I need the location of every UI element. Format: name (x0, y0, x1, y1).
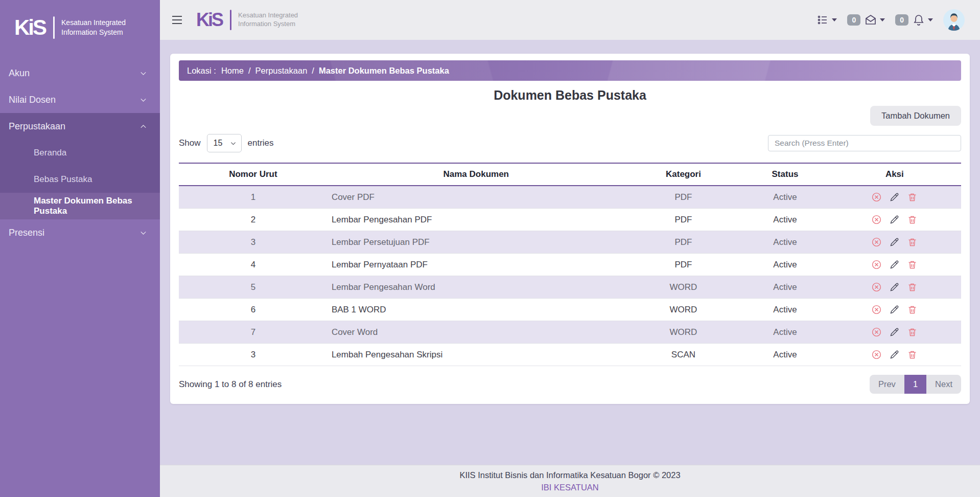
col-header-kategori[interactable]: Kategori (625, 163, 742, 186)
chevron-down-icon (230, 140, 237, 147)
col-header-status[interactable]: Status (742, 163, 828, 186)
documents-table: Nomor Urut Nama Dokumen Kategori Status … (179, 163, 961, 366)
topbar-logo[interactable]: KiS Kesatuan Integrated Information Syst… (196, 10, 298, 30)
deactivate-icon[interactable] (871, 349, 882, 360)
search-input[interactable] (768, 135, 961, 151)
mail-count-badge: 0 (847, 14, 860, 26)
cell-nomor: 1 (179, 186, 328, 209)
edit-icon[interactable] (889, 327, 900, 337)
table-row: 1 Cover PDF PDF Active (179, 186, 961, 209)
deactivate-icon[interactable] (871, 304, 882, 315)
deactivate-icon[interactable] (871, 237, 882, 247)
list-icon (816, 14, 829, 26)
delete-icon[interactable] (907, 192, 918, 202)
sidebar-subitem-label: Master Dokumen Bebas Pustaka (34, 196, 160, 216)
sidebar-item-master-dokumen-bebas-pustaka[interactable]: Master Dokumen Bebas Pustaka (0, 193, 160, 219)
show-label: Show (179, 138, 201, 148)
page-footer: KIIS Institut Bisnis dan Informatika Kes… (160, 465, 980, 497)
col-header-aksi: Aksi (828, 163, 961, 186)
breadcrumb-separator: / (248, 66, 251, 76)
pagination-next-button[interactable]: Next (926, 375, 961, 394)
edit-icon[interactable] (889, 349, 900, 360)
delete-icon[interactable] (907, 304, 918, 315)
edit-icon[interactable] (889, 214, 900, 225)
deactivate-icon[interactable] (871, 282, 882, 292)
page-length-select[interactable]: 15 (207, 134, 242, 152)
cell-nama: Cover Word (328, 321, 625, 344)
cell-actions (828, 299, 961, 321)
notifications-menu[interactable] (913, 14, 933, 26)
delete-icon[interactable] (907, 214, 918, 225)
kiis-logo-mark: KiS (196, 11, 222, 29)
col-header-nomor-urut[interactable]: Nomor Urut (179, 163, 328, 186)
cell-nomor: 7 (179, 321, 328, 344)
edit-icon[interactable] (889, 237, 900, 247)
topbar-actions: 0 0 (816, 9, 965, 31)
sidebar-item-akun[interactable]: Akun (0, 60, 160, 86)
cell-status: Active (742, 209, 828, 231)
cell-nama: Lembar Persetujuan PDF (328, 231, 625, 254)
deactivate-icon[interactable] (871, 327, 882, 337)
cell-nama: Lembah Pengesahan Skripsi (328, 344, 625, 366)
cell-nama: Cover PDF (328, 186, 625, 209)
cell-nama: BAB 1 WORD (328, 299, 625, 321)
sidebar-item-label: Perpustakaan (9, 121, 65, 132)
sidebar-logo: KiS Kesatuan Integrated Information Syst… (0, 0, 160, 55)
footer-ibi-kesatuan-link[interactable]: IBI KESATUAN (541, 483, 598, 492)
cell-kategori: PDF (625, 186, 742, 209)
delete-icon[interactable] (907, 327, 918, 337)
deactivate-icon[interactable] (871, 259, 882, 270)
logo-divider (53, 16, 55, 39)
cell-nomor: 3 (179, 344, 328, 366)
sidebar-item-bebas-pustaka[interactable]: Bebas Pustaka (0, 166, 160, 193)
breadcrumb-perpustakaan-link[interactable]: Perpustakaan (255, 66, 307, 76)
add-document-button[interactable]: Tambah Dokumen (870, 106, 961, 126)
breadcrumb-current: Master Dokumen Bebas Pustaka (319, 66, 449, 76)
cell-nomor: 3 (179, 231, 328, 254)
table-row: 4 Lembar Pernyataan PDF PDF Active (179, 254, 961, 276)
chevron-down-icon (139, 70, 147, 77)
chevron-down-icon (139, 229, 147, 237)
messages-menu[interactable] (865, 14, 885, 26)
deactivate-icon[interactable] (871, 214, 882, 225)
user-avatar[interactable] (943, 9, 965, 31)
breadcrumb-separator: / (312, 66, 314, 76)
cell-actions (828, 186, 961, 209)
page-card: Lokasi : Home / Perpustakaan / Master Do… (170, 54, 970, 404)
sidebar-item-beranda[interactable]: Beranda (0, 140, 160, 166)
pagination-page-1-button[interactable]: 1 (904, 375, 926, 394)
col-header-nama-dokumen[interactable]: Nama Dokumen (328, 163, 625, 186)
breadcrumb: Lokasi : Home / Perpustakaan / Master Do… (179, 60, 961, 81)
cell-kategori: SCAN (625, 344, 742, 366)
cell-nomor: 4 (179, 254, 328, 276)
hamburger-menu-icon[interactable] (172, 16, 182, 24)
delete-icon[interactable] (907, 349, 918, 360)
task-list-menu[interactable] (816, 14, 837, 26)
logo-text-line1: Kesatuan Integrated (238, 11, 298, 20)
pagination-prev-button[interactable]: Prev (870, 375, 904, 394)
edit-icon[interactable] (889, 282, 900, 292)
table-header-row: Nomor Urut Nama Dokumen Kategori Status … (179, 163, 961, 186)
showing-entries-text: Showing 1 to 8 of 8 entries (179, 379, 282, 390)
page-title: Dokumen Bebas Pustaka (179, 88, 961, 103)
sidebar-item-presensi[interactable]: Presensi (0, 219, 160, 246)
cell-status: Active (742, 321, 828, 344)
cell-kategori: PDF (625, 254, 742, 276)
cell-status: Active (742, 276, 828, 299)
edit-icon[interactable] (889, 259, 900, 270)
sidebar-item-label: Akun (9, 68, 30, 79)
deactivate-icon[interactable] (871, 192, 882, 202)
sidebar-nav: Akun Nilai Dosen Perpustakaan Beranda Be… (0, 55, 160, 246)
sidebar-item-nilai-dosen[interactable]: Nilai Dosen (0, 86, 160, 113)
delete-icon[interactable] (907, 282, 918, 292)
logo-text: Kesatuan Integrated Information System (238, 11, 298, 29)
edit-icon[interactable] (889, 304, 900, 315)
breadcrumb-home-link[interactable]: Home (221, 66, 244, 76)
edit-icon[interactable] (889, 192, 900, 202)
cell-nama: Lembar Pernyataan PDF (328, 254, 625, 276)
delete-icon[interactable] (907, 259, 918, 270)
sidebar-item-perpustakaan[interactable]: Perpustakaan (0, 113, 160, 140)
bell-icon (913, 14, 925, 26)
cell-actions (828, 321, 961, 344)
delete-icon[interactable] (907, 237, 918, 247)
